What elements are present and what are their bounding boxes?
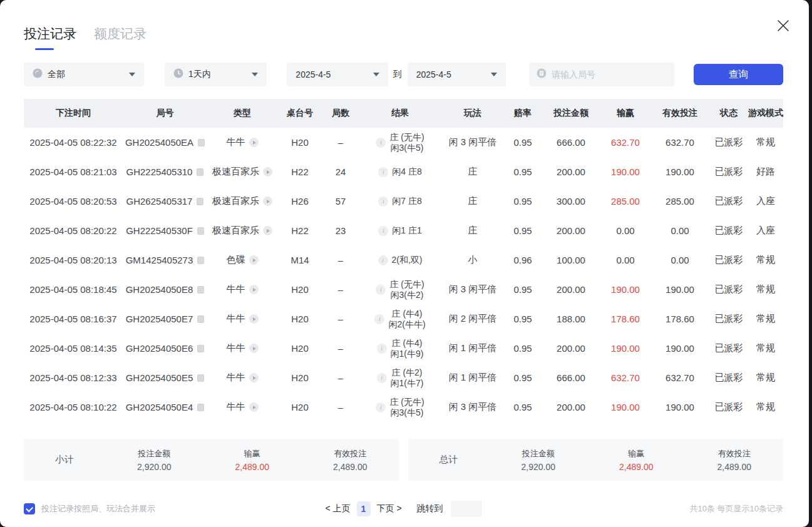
period-select[interactable]: 1天内 [165, 63, 267, 86]
total-valid-bet-value: 2,489.00 [686, 462, 784, 472]
column-header-8: 投注金额 [542, 108, 600, 119]
copy-icon[interactable] [197, 315, 204, 323]
play-video-icon[interactable] [249, 373, 259, 382]
total-valid-bet-label: 有效投注 [686, 448, 784, 459]
category-icon [33, 68, 43, 81]
info-icon[interactable]: i [376, 402, 386, 412]
cell-status: 已派彩 [709, 136, 748, 148]
play-video-icon[interactable] [263, 226, 272, 235]
cell-bet-time: 2025-04-05 08:12:33 [24, 372, 123, 383]
subtotal-win-loss-label: 输赢 [203, 448, 302, 459]
table-row: 2025-04-05 08:20:13GM1425405273色碟M14–i2(… [24, 245, 783, 275]
play-video-icon[interactable] [249, 138, 259, 147]
current-page-button[interactable]: 1 [357, 501, 371, 516]
cell-result: i庄 (牛4)闲2(牛牛) [359, 309, 441, 330]
result-text: 闲1 庄1 [392, 225, 421, 236]
play-video-icon[interactable] [249, 314, 259, 324]
play-video-icon[interactable] [249, 402, 259, 412]
copy-icon[interactable] [197, 345, 204, 352]
cell-result: i庄 (无牛)闲3(牛2) [359, 279, 441, 300]
cell-round-count: 23 [322, 225, 359, 236]
next-page-button[interactable]: 下页 > [377, 503, 402, 514]
cell-result: i闲1 庄1 [359, 225, 441, 236]
cell-status: 已派彩 [709, 284, 748, 295]
table-row: 2025-04-05 08:20:22GH222540530F极速百家乐H222… [24, 216, 783, 245]
copy-icon[interactable] [197, 374, 204, 382]
column-header-0: 下注时间 [24, 108, 123, 119]
date-to-select[interactable]: 2025-4-5 [408, 63, 506, 86]
date-from-select[interactable]: 2025-4-5 [287, 63, 388, 86]
column-header-4: 局数 [322, 108, 359, 119]
cell-odds: 0.95 [504, 137, 542, 148]
copy-icon[interactable] [197, 286, 204, 294]
copy-icon[interactable] [197, 198, 203, 205]
play-video-icon[interactable] [249, 344, 259, 353]
play-video-icon[interactable] [263, 167, 272, 177]
cell-round-id: GH20254050E8 [123, 284, 207, 295]
date-range-to-label: 到 [393, 69, 402, 80]
cell-odds: 0.95 [504, 372, 542, 383]
play-video-icon[interactable] [249, 285, 259, 294]
prev-page-button[interactable]: < 上页 [325, 503, 350, 514]
cell-game-type: 牛牛 [207, 401, 277, 413]
result-text: 庄 (牛4)闲1(牛9) [391, 338, 424, 359]
merge-checkbox[interactable] [24, 503, 35, 514]
tab-bet-records-label: 投注记录 [24, 26, 76, 41]
cell-bet-amount: 200.00 [542, 166, 600, 177]
cell-bet-amount: 188.00 [542, 314, 600, 324]
cell-round-id: GH20254050E4 [123, 402, 207, 412]
cell-odds: 0.95 [504, 284, 542, 295]
total-valid-bet: 有效投注 2,489.00 [686, 448, 784, 472]
tab-quota-records[interactable]: 额度记录 [94, 25, 146, 50]
info-icon[interactable]: i [378, 255, 388, 265]
cell-result: i庄 (牛2)闲1(牛7) [359, 367, 441, 389]
copy-icon[interactable] [197, 227, 204, 235]
table-row: 2025-04-05 08:16:37GH20254050E7牛牛H20–i庄 … [24, 304, 783, 334]
cell-win-loss: 0.00 [600, 225, 650, 236]
play-video-icon[interactable] [249, 255, 259, 265]
play-video-icon[interactable] [263, 197, 272, 206]
copy-icon[interactable] [197, 168, 203, 176]
info-icon[interactable]: i [374, 314, 384, 324]
chevron-down-icon [252, 73, 258, 76]
cell-valid-bet: 190.00 [650, 166, 709, 177]
result-text: 闲4 庄8 [392, 166, 421, 177]
cell-game-mode: 好路 [748, 166, 783, 178]
info-icon[interactable]: i [376, 138, 386, 148]
info-icon[interactable]: i [378, 197, 388, 207]
cell-bet-time: 2025-04-05 08:18:45 [24, 284, 123, 295]
info-icon[interactable]: i [378, 167, 388, 177]
info-icon[interactable]: i [376, 285, 386, 295]
result-text: 闲7 庄8 [392, 196, 421, 207]
cell-odds: 0.96 [504, 255, 542, 265]
copy-icon[interactable] [197, 257, 204, 264]
tab-bet-records[interactable]: 投注记录 [24, 25, 76, 50]
cell-game-type: 牛牛 [207, 372, 277, 384]
close-icon[interactable] [775, 18, 791, 34]
info-icon[interactable]: i [378, 226, 388, 236]
subtotal-win-loss: 输赢 2,489.00 [203, 448, 302, 472]
total-bet-amount: 投注金额 2,920.00 [490, 448, 588, 472]
result-text: 庄 (无牛)闲3(牛2) [389, 279, 424, 300]
category-select[interactable]: 全部 [24, 63, 144, 86]
bet-records-modal: 投注记录 额度记录 全部 1天内 2025-4-5 到 [0, 0, 809, 527]
jump-page-input[interactable] [451, 501, 482, 517]
cell-table-no: H20 [277, 372, 322, 383]
info-icon[interactable]: i [377, 373, 387, 383]
round-search-input[interactable] [552, 69, 652, 79]
query-button[interactable]: 查询 [694, 64, 783, 85]
column-header-11: 状态 [709, 108, 748, 119]
info-icon[interactable]: i [377, 344, 387, 354]
cell-valid-bet: 632.70 [650, 372, 709, 383]
cell-result: i庄 (牛4)闲1(牛9) [359, 338, 441, 359]
chevron-down-icon [129, 73, 135, 76]
cell-bet-amount: 200.00 [542, 402, 600, 412]
copy-icon[interactable] [198, 139, 205, 146]
cell-play-type: 庄 [441, 166, 504, 178]
cell-round-count: – [322, 284, 359, 295]
cell-bet-amount: 300.00 [542, 196, 600, 207]
copy-icon[interactable] [197, 404, 204, 411]
total-label: 总计 [408, 454, 490, 466]
cell-valid-bet: 190.00 [650, 343, 709, 354]
total-bet-amount-label: 投注金额 [490, 448, 588, 459]
